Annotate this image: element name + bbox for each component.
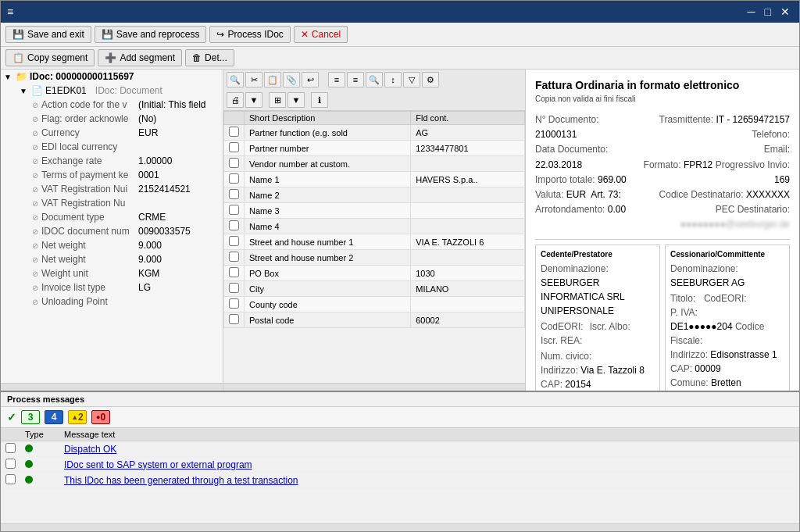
cancel-button[interactable]: ✕ Cancel — [294, 26, 348, 43]
copy-segment-button[interactable]: 📋 Copy segment — [5, 49, 95, 66]
delete-button[interactable]: 🗑 Det... — [185, 49, 234, 66]
copy-mid-icon[interactable]: 📋 — [264, 72, 281, 87]
left-field-row[interactable]: ⊘ VAT Registration Nui 2152414521 — [1, 182, 223, 196]
zoom-icon[interactable]: 🔍 — [227, 72, 244, 87]
badge-green[interactable]: 3 — [21, 410, 40, 424]
badge-blue[interactable]: 4 — [45, 410, 63, 424]
fld-cont-cell: 12334477801 — [411, 141, 525, 156]
message-link[interactable]: IDoc sent to SAP system or external prog… — [64, 459, 252, 470]
table-row[interactable]: Vendor number at custom. — [224, 156, 525, 172]
left-horizontal-scroll[interactable] — [1, 383, 223, 391]
table-row[interactable]: Street and house number 1 VIA E. TAZZOLI… — [224, 234, 525, 250]
add-segment-button[interactable]: ➕ Add segment — [98, 49, 182, 66]
left-field-row[interactable]: ⊘ Flag: order acknowle (No) — [1, 112, 223, 126]
settings-icon[interactable]: ⚙ — [422, 72, 439, 87]
undo-icon[interactable]: ↩ — [302, 72, 319, 87]
row-checkbox[interactable] — [229, 252, 239, 262]
dropdown1-icon[interactable]: ▼ — [245, 92, 262, 108]
maximize-button[interactable]: □ — [762, 5, 774, 18]
message-link[interactable]: This IDoc has been generated through a t… — [64, 475, 298, 486]
table-row[interactable]: Name 2 — [224, 187, 525, 203]
table-row[interactable]: Name 1 HAVERS S.p.a.. — [224, 172, 525, 187]
cut-icon[interactable]: ✂ — [245, 72, 262, 87]
idoc-root[interactable]: ▼ 📁 IDoc: 000000000115697 — [1, 70, 223, 84]
hamburger-icon[interactable]: ≡ — [7, 5, 13, 18]
table-row[interactable]: Name 4 — [224, 219, 525, 234]
row-checkbox[interactable] — [229, 205, 239, 215]
table-row[interactable]: Street and house number 2 — [224, 250, 525, 266]
middle-horizontal-scroll[interactable] — [223, 383, 525, 391]
sort-icon[interactable]: ↕ — [384, 72, 402, 87]
process-idoc-button[interactable]: ↪ Process IDoc — [209, 26, 290, 43]
left-panel: ▼ 📁 IDoc: 000000000115697 ▼ 📄 E1EDK01 ID… — [1, 70, 223, 391]
invoice-meta: N° Documento: 21000131 Data Documento: 2… — [535, 112, 790, 233]
row-checkbox[interactable] — [229, 127, 239, 137]
msg-checkbox[interactable] — [5, 474, 16, 484]
second-toolbar: 📋 Copy segment ➕ Add segment 🗑 Det... — [1, 47, 799, 70]
table-row[interactable]: Name 3 — [224, 203, 525, 219]
left-field-row[interactable]: ⊘ Document type CRME — [1, 210, 223, 224]
row-checkbox[interactable] — [229, 220, 239, 230]
left-field-row[interactable]: ⊘ IDOC document num 0090033575 — [1, 224, 223, 238]
segment-root[interactable]: ▼ 📄 E1EDK01 IDoc: Document — [1, 84, 223, 98]
info-icon[interactable]: ℹ — [311, 92, 328, 108]
badge-yellow[interactable]: ▲2 — [68, 410, 87, 424]
add-icon: ➕ — [105, 52, 116, 63]
msg-checkbox[interactable] — [5, 459, 16, 469]
field-label: Document type — [41, 212, 135, 223]
table-row[interactable]: Postal code 60002 — [224, 312, 525, 328]
row-checkbox[interactable] — [229, 158, 239, 168]
left-field-row[interactable]: ⊘ Net weight 9.000 — [1, 238, 223, 252]
row-checkbox[interactable] — [229, 298, 239, 309]
row-checkbox[interactable] — [229, 283, 239, 293]
short-desc-cell: Partner number — [245, 141, 411, 156]
left-field-row[interactable]: ⊘ Weight unit KGM — [1, 266, 223, 280]
close-button[interactable]: ✕ — [777, 5, 793, 18]
left-field-row[interactable]: ⊘ Invoice list type LG — [1, 280, 223, 295]
left-field-row[interactable]: ⊘ Exchange rate 1.00000 — [1, 154, 223, 168]
field-value: (No) — [138, 113, 156, 124]
table-row[interactable]: City MILANO — [224, 281, 525, 297]
row-checkbox[interactable] — [229, 189, 239, 199]
left-field-row[interactable]: ⊘ Currency EUR — [1, 126, 223, 140]
left-scroll[interactable]: ▼ 📁 IDoc: 000000000115697 ▼ 📄 E1EDK01 ID… — [1, 70, 223, 383]
left-field-row[interactable]: ⊘ Net weight 9.000 — [1, 252, 223, 266]
short-desc-cell: Name 4 — [245, 219, 411, 234]
table-row[interactable]: PO Box 1030 — [224, 266, 525, 281]
grid-icon[interactable]: ⊞ — [269, 92, 286, 108]
left-field-row[interactable]: ⊘ VAT Registration Nu — [1, 196, 223, 210]
align-left-icon[interactable]: ≡ — [328, 72, 345, 87]
left-field-row[interactable]: ⊘ Unloading Point — [1, 295, 223, 309]
window-controls: ─ □ ✕ — [745, 5, 793, 18]
table-row[interactable]: Partner number 12334477801 — [224, 141, 525, 156]
short-desc-cell: Name 1 — [245, 172, 411, 187]
search-mid-icon[interactable]: 🔍 — [366, 72, 383, 87]
middle-table[interactable]: Short Description Fld cont. Partner func… — [223, 111, 525, 383]
left-field-row[interactable]: ⊘ Terms of payment ke 0001 — [1, 168, 223, 182]
bottom-horizontal-scroll[interactable] — [1, 523, 799, 531]
left-field-row[interactable]: ⊘ Action code for the v (Initial: This f… — [1, 98, 223, 112]
save-exit-button[interactable]: 💾 Save and exit — [5, 26, 91, 43]
row-checkbox[interactable] — [229, 267, 239, 277]
row-checkbox[interactable] — [229, 142, 239, 152]
field-value: EUR — [138, 127, 158, 138]
left-field-row[interactable]: ⊘ EDI local currency — [1, 140, 223, 154]
badge-red[interactable]: ●0 — [91, 410, 110, 424]
row-checkbox[interactable] — [229, 173, 239, 184]
dropdown2-icon[interactable]: ▼ — [288, 92, 305, 108]
row-checkbox[interactable] — [229, 236, 239, 246]
msg-checkbox[interactable] — [5, 443, 16, 453]
table-row[interactable]: Partner function (e.g. sold AG — [224, 125, 525, 141]
row-checkbox[interactable] — [229, 314, 239, 324]
status-dot — [25, 445, 33, 452]
filter-icon[interactable]: ▽ — [403, 72, 420, 87]
minimize-button[interactable]: ─ — [745, 5, 759, 18]
align-center-icon[interactable]: ≡ — [347, 72, 364, 87]
right-panel[interactable]: Fattura Ordinaria in formato elettronico… — [526, 70, 799, 391]
print-icon[interactable]: 🖨 — [227, 92, 244, 108]
fld-cont-cell: AG — [411, 125, 525, 141]
message-link[interactable]: Dispatch OK — [64, 444, 116, 455]
table-row[interactable]: County code — [224, 297, 525, 312]
save-reprocess-button[interactable]: 💾 Save and reprocess — [95, 26, 207, 43]
paste-icon[interactable]: 📎 — [283, 72, 300, 87]
